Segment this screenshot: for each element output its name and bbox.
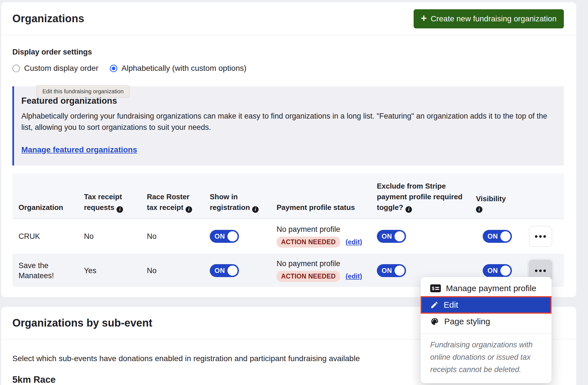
radio-custom-display-order-label: Custom display order xyxy=(24,64,99,73)
featured-organizations-description: Alphabetically ordering your fundraising… xyxy=(21,110,555,133)
visibility-toggle[interactable]: ON xyxy=(483,264,512,277)
info-icon[interactable]: i xyxy=(476,206,482,213)
cell-tax-receipt-requests: Yes xyxy=(84,266,147,275)
exclude-stripe-toggle[interactable]: ON xyxy=(377,230,406,243)
edit-org-tooltip: Edit this fundraising organization xyxy=(37,85,129,98)
cell-payment-profile-status: No payment profile ACTION NEEDED (edit) xyxy=(277,259,377,282)
visibility-toggle[interactable]: ON xyxy=(483,230,512,243)
money-check-icon: $ xyxy=(430,284,441,292)
cell-tax-receipt-requests: No xyxy=(84,232,147,241)
exclude-stripe-toggle[interactable]: ON xyxy=(377,264,406,277)
cell-organization: CRUK xyxy=(12,231,84,241)
toggle-knob xyxy=(500,266,510,276)
row-actions-button[interactable] xyxy=(529,226,552,247)
cell-show-in-registration: ON xyxy=(210,264,277,277)
radio-alphabetically[interactable]: Alphabetically (with custom options) xyxy=(110,64,247,73)
header-show-in-registration: Show in registrationi xyxy=(210,191,277,213)
menu-note: Fundraising organizations with online do… xyxy=(421,334,551,383)
cell-organization: Save the Manatees! xyxy=(12,261,84,281)
radio-alphabetically-label: Alphabetically (with custom options) xyxy=(122,64,247,73)
toggle-knob xyxy=(227,231,238,241)
cell-exclude-stripe: ON xyxy=(377,264,476,277)
cell-visibility: ON xyxy=(476,264,525,277)
cell-race-roster-tax-receipt: No xyxy=(147,232,210,241)
payment-status-text: No payment profile xyxy=(277,259,371,268)
header-organization: Organization xyxy=(12,202,84,213)
show-in-registration-toggle[interactable]: ON xyxy=(210,230,239,243)
toggle-knob xyxy=(395,231,405,241)
payment-status-text: No payment profile xyxy=(277,225,371,234)
ellipsis-icon xyxy=(535,270,537,272)
header-visibility: Visibilityi xyxy=(476,193,525,213)
pencil-icon xyxy=(430,301,439,309)
action-needed-badge: ACTION NEEDED xyxy=(277,237,340,248)
cell-actions xyxy=(525,226,564,247)
menu-item-edit[interactable]: Edit xyxy=(421,296,551,314)
featured-organizations-panel: Featured organizations Alphabetically or… xyxy=(12,86,564,166)
palette-icon xyxy=(430,317,439,326)
cell-race-roster-tax-receipt: No xyxy=(147,266,210,275)
create-org-button[interactable]: + Create new fundraising organization xyxy=(414,9,564,28)
svg-text:$: $ xyxy=(432,286,434,291)
radio-custom-display-order[interactable]: Custom display order xyxy=(12,64,99,73)
info-icon[interactable]: i xyxy=(252,206,259,213)
create-org-button-label: Create new fundraising organization xyxy=(431,14,557,23)
cell-payment-profile-status: No payment profile ACTION NEEDED (edit) xyxy=(277,225,377,248)
display-order-options: Custom display order Alphabetically (wit… xyxy=(12,64,564,73)
header-exclude-stripe: Exclude from Stripe payment profile requ… xyxy=(377,181,476,213)
menu-item-page-styling[interactable]: Page styling xyxy=(421,314,551,329)
display-order-heading: Display order settings xyxy=(12,48,564,56)
menu-item-manage-payment-profile[interactable]: $ Manage payment profile xyxy=(421,280,551,296)
manage-featured-link[interactable]: Manage featured organizations xyxy=(21,145,137,154)
info-icon[interactable]: i xyxy=(186,206,192,213)
toggle-knob xyxy=(395,266,405,276)
organizations-card-header: Organizations + Create new fundraising o… xyxy=(1,2,576,35)
toggle-knob xyxy=(500,231,510,241)
toggle-knob xyxy=(227,266,238,276)
show-in-registration-toggle[interactable]: ON xyxy=(210,264,239,277)
table-header-row: Organization Tax receipt requestsi Race … xyxy=(12,173,564,219)
info-icon[interactable]: i xyxy=(405,206,412,213)
page-title: Organizations xyxy=(12,13,84,25)
table-row-cruk: CRUK No No ON No payment profile ACTION … xyxy=(12,219,564,254)
radio-selected-icon xyxy=(110,65,117,72)
action-needed-badge: ACTION NEEDED xyxy=(277,271,340,282)
cell-show-in-registration: ON xyxy=(210,230,277,243)
cell-exclude-stripe: ON xyxy=(377,230,476,243)
header-tax-receipt-requests: Tax receipt requestsi xyxy=(84,191,147,213)
plus-icon: + xyxy=(421,13,427,23)
ellipsis-icon xyxy=(535,235,537,238)
row-actions-menu: $ Manage payment profile Edit Page styli… xyxy=(420,277,552,383)
radio-unselected-icon xyxy=(12,65,20,72)
organizations-card-body: Display order settings Custom display or… xyxy=(1,48,576,287)
payment-edit-link[interactable]: (edit) xyxy=(346,272,362,280)
info-icon[interactable]: i xyxy=(117,206,123,213)
header-race-roster-tax-receipt: Race Roster tax receipti xyxy=(147,191,210,213)
payment-edit-link[interactable]: (edit) xyxy=(346,238,362,246)
header-payment-profile-status: Payment profile status xyxy=(277,202,377,213)
organizations-table: Organization Tax receipt requestsi Race … xyxy=(12,173,564,287)
organizations-card: Organizations + Create new fundraising o… xyxy=(1,2,576,297)
cell-visibility: ON xyxy=(476,230,525,243)
